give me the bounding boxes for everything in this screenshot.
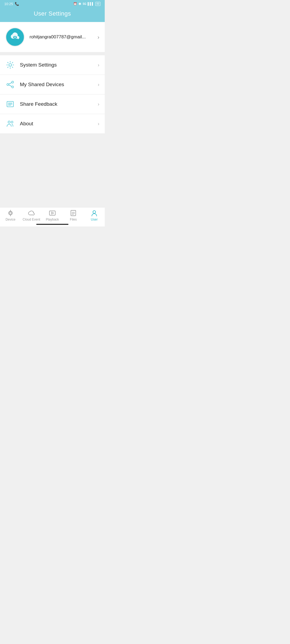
nav-item-cloud-event[interactable]: Cloud Event: [21, 210, 42, 221]
about-icon: [5, 119, 15, 129]
alarm-icon: ⏰: [73, 2, 77, 6]
feedback-label: Share Feedback: [20, 101, 93, 107]
svg-point-6: [7, 84, 9, 86]
svg-point-14: [11, 121, 13, 123]
status-right: ⏰ ✱ 5G ▌▌▌ 89: [73, 2, 100, 6]
avatar: [5, 27, 25, 47]
nav-item-device[interactable]: Device: [0, 210, 21, 221]
device-nav-label: Device: [6, 218, 16, 221]
system-settings-chevron-icon: ›: [98, 62, 99, 68]
menu-item-shared-devices[interactable]: My Shared Devices ›: [0, 75, 105, 94]
svg-rect-19: [49, 211, 55, 215]
shared-devices-chevron-icon: ›: [98, 82, 99, 87]
profile-email: rohitjangra007787@gmail...: [30, 34, 93, 40]
menu-section: System Settings › My Shared Devices ›: [0, 55, 105, 133]
shared-devices-label: My Shared Devices: [20, 82, 93, 87]
gear-icon: [5, 60, 15, 70]
svg-point-26: [93, 211, 96, 213]
svg-point-3: [9, 64, 12, 66]
time: 10:25: [4, 2, 13, 6]
files-nav-label: Files: [70, 218, 77, 221]
user-nav-label: User: [91, 218, 97, 221]
nav-item-user[interactable]: User: [84, 210, 105, 221]
bluetooth-icon: ✱: [78, 2, 81, 6]
profile-section[interactable]: rohitjangra007787@gmail... ›: [0, 22, 105, 52]
feedback-icon: [5, 99, 15, 109]
about-chevron-icon: ›: [98, 121, 99, 127]
svg-point-13: [8, 121, 10, 123]
svg-rect-22: [71, 210, 76, 216]
battery-icon: 89: [95, 2, 100, 6]
svg-line-8: [9, 83, 12, 84]
app-logo-icon: [9, 31, 21, 43]
menu-item-about[interactable]: About ›: [0, 114, 105, 133]
svg-point-15: [9, 212, 12, 214]
nav-item-playback[interactable]: Playback: [42, 210, 63, 221]
svg-point-5: [12, 86, 14, 88]
system-settings-label: System Settings: [20, 62, 93, 68]
cloud-icon: [28, 210, 35, 217]
svg-marker-20: [52, 212, 54, 214]
status-left: 10:25 📞: [4, 2, 19, 6]
svg-line-7: [9, 85, 12, 87]
cloud-event-nav-label: Cloud Event: [23, 218, 40, 221]
phone-icon: 📞: [15, 2, 19, 6]
signal-bars: ▌▌▌: [88, 2, 94, 5]
svg-point-4: [12, 81, 14, 83]
share-icon: [5, 80, 15, 89]
signal-text: 5G: [83, 2, 86, 5]
user-icon: [91, 210, 98, 217]
home-indicator: [36, 224, 68, 225]
playback-nav-label: Playback: [46, 218, 59, 221]
page-title: User Settings: [0, 10, 105, 17]
files-icon: [70, 210, 77, 217]
page-header: User Settings: [0, 8, 105, 22]
status-bar: 10:25 📞 ⏰ ✱ 5G ▌▌▌ 89: [0, 0, 105, 8]
menu-item-system-settings[interactable]: System Settings ›: [0, 55, 105, 75]
svg-point-2: [15, 37, 16, 38]
menu-item-feedback[interactable]: Share Feedback ›: [0, 94, 105, 114]
feedback-chevron-icon: ›: [98, 101, 99, 107]
playback-icon: [49, 210, 56, 217]
device-icon: [7, 210, 14, 217]
nav-item-files[interactable]: Files: [63, 210, 84, 221]
svg-point-16: [9, 211, 12, 215]
profile-chevron-icon: ›: [97, 34, 99, 40]
about-label: About: [20, 121, 93, 127]
section-divider: [0, 52, 105, 55]
